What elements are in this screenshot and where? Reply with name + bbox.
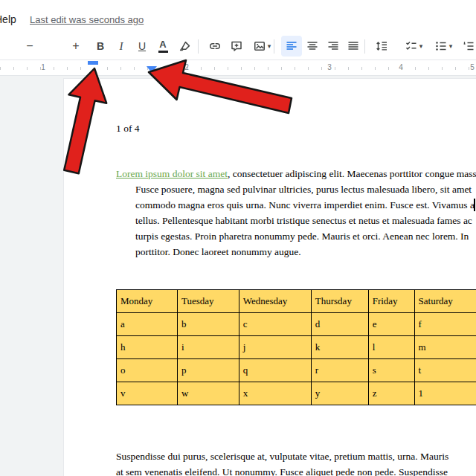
table-cell[interactable]: k	[311, 336, 368, 359]
bulleted-list-icon	[434, 39, 448, 53]
ruler-ticks	[0, 67, 476, 70]
document-page[interactable]: 1 of 4 Lorem ipsum dolor sit amet, conse…	[63, 78, 476, 476]
left-indent-marker[interactable]	[147, 66, 157, 73]
table-cell[interactable]: l	[368, 336, 414, 359]
table-cell[interactable]: c	[239, 313, 311, 336]
add-comment-button[interactable]	[226, 36, 247, 57]
align-left-icon	[285, 39, 298, 53]
table-cell[interactable]: p	[177, 359, 239, 382]
align-center-button[interactable]	[302, 36, 323, 57]
lorem-ipsum-link[interactable]: Lorem ipsum dolor sit amet	[116, 168, 228, 179]
toolbar-separator	[364, 39, 365, 54]
table-header-cell[interactable]: Wednesday	[239, 290, 311, 313]
paragraph1-line2[interactable]: Fusce posuere, magna sed pulvinar ultric…	[135, 181, 472, 197]
text-color-button[interactable]: A	[152, 36, 173, 57]
paragraph1-line5[interactable]: turpis egestas. Proin pharetra nonummy p…	[135, 228, 469, 244]
line-spacing-button[interactable]	[371, 36, 392, 57]
table-cell[interactable]: w	[177, 382, 239, 405]
ruler[interactable]: 1 2 3 4 5	[0, 60, 476, 76]
table-cell[interactable]: i	[177, 336, 239, 359]
insert-image-button[interactable]: ▾	[247, 36, 277, 57]
link-icon	[208, 39, 222, 53]
table-header-row: Monday Tuesday Wednesday Thursday Friday…	[117, 290, 476, 313]
paragraph1-line3[interactable]: commodo magna eros quis urna. Nunc viver…	[135, 197, 475, 213]
underline-button[interactable]: U	[132, 36, 152, 57]
paragraph2-line1[interactable]: Suspendisse dui purus, scelerisque at, v…	[116, 448, 448, 464]
page-count-text[interactable]: 1 of 4	[116, 120, 140, 136]
table-row: v w x y z 1	[117, 382, 476, 405]
table-row: o p q r s t	[117, 359, 476, 382]
chevron-down-icon: ▾	[419, 42, 423, 50]
ruler-number: 1	[41, 63, 45, 71]
toolbar-separator	[274, 39, 274, 54]
ruler-number: 3	[327, 63, 332, 71]
toolbar: − + B I U A	[0, 33, 476, 60]
text-cursor	[474, 199, 475, 211]
paragraph1-line1[interactable]: Lorem ipsum dolor sit amet, consectetuer…	[116, 166, 476, 181]
bold-button[interactable]: B	[90, 36, 111, 57]
table-cell[interactable]: y	[311, 382, 368, 405]
checklist-button[interactable]: ▾	[399, 36, 428, 57]
add-comment-icon	[230, 39, 243, 53]
table-cell[interactable]: o	[117, 359, 178, 382]
decrease-font-size-button[interactable]: −	[19, 36, 40, 57]
insert-link-button[interactable]	[205, 36, 225, 57]
ruler-number: 5	[470, 63, 475, 71]
italic-icon: I	[120, 40, 123, 53]
table-cell[interactable]: j	[239, 336, 311, 359]
checklist-icon	[405, 39, 418, 53]
table-cell[interactable]: a	[117, 313, 178, 336]
paragraph1-line1-rest: , consectetuer adipiscing elit. Maecenas…	[228, 168, 476, 179]
menubar: Help Last edit was seconds ago	[0, 0, 476, 33]
align-left-button[interactable]	[281, 36, 302, 57]
table-header-cell[interactable]: Saturday	[414, 290, 476, 313]
highlighter-icon	[178, 39, 192, 53]
ruler-number: 2	[184, 63, 189, 71]
table-cell[interactable]: 1	[414, 382, 476, 405]
align-right-icon	[327, 39, 340, 53]
table-cell[interactable]: m	[414, 336, 476, 359]
first-line-indent-marker[interactable]	[88, 61, 98, 65]
ruler-number: 4	[399, 63, 403, 71]
table-cell[interactable]: q	[239, 359, 311, 382]
table-cell[interactable]: x	[239, 382, 311, 405]
align-center-icon	[306, 39, 319, 53]
plus-icon: +	[72, 40, 79, 52]
table-cell[interactable]: f	[414, 313, 476, 336]
table-cell[interactable]: s	[368, 359, 414, 382]
table-cell[interactable]: h	[117, 336, 178, 359]
italic-button[interactable]: I	[111, 36, 132, 57]
table-header-cell[interactable]: Thursday	[311, 290, 368, 313]
highlight-color-button[interactable]	[175, 36, 196, 57]
justify-icon	[347, 39, 360, 53]
table-header-cell[interactable]: Friday	[368, 290, 414, 313]
increase-font-size-button[interactable]: +	[65, 36, 86, 57]
justify-button[interactable]	[343, 36, 364, 57]
chevron-down-icon: ▾	[268, 42, 271, 50]
menu-help[interactable]: Help	[0, 13, 16, 25]
table-header-cell[interactable]: Tuesday	[177, 290, 239, 313]
doc-table[interactable]: Monday Tuesday Wednesday Thursday Friday…	[116, 289, 476, 405]
table-cell[interactable]: t	[414, 359, 476, 382]
table-cell[interactable]: v	[117, 382, 178, 405]
document-canvas: 1 of 4 Lorem ipsum dolor sit amet, conse…	[0, 76, 476, 476]
table-cell[interactable]: b	[177, 313, 239, 336]
last-edit-link[interactable]: Last edit was seconds ago	[30, 14, 144, 25]
table-cell[interactable]: e	[368, 313, 414, 336]
table-header-cell[interactable]: Monday	[117, 290, 178, 313]
image-icon	[253, 39, 266, 53]
paragraph2-line2[interactable]: at sem venenatis eleifend. Ut nonummy. F…	[116, 464, 448, 476]
bulleted-list-button[interactable]: ▾	[428, 36, 458, 57]
table-cell[interactable]: r	[311, 359, 368, 382]
numbered-list-button[interactable]	[458, 36, 476, 57]
bold-icon: B	[97, 40, 104, 52]
paragraph1-line4[interactable]: tellus. Pellentesque habitant morbi tris…	[135, 213, 472, 228]
table-cell[interactable]: d	[311, 313, 368, 336]
paragraph1-line6[interactable]: porttitor. Donec laoreet nonummy augue.	[135, 244, 301, 260]
table-cell[interactable]: z	[368, 382, 414, 405]
align-right-button[interactable]	[323, 36, 344, 57]
toolbar-separator	[198, 39, 199, 54]
underline-icon: U	[138, 40, 146, 52]
chevron-down-icon: ▾	[449, 42, 453, 50]
text-color-icon: A	[158, 39, 168, 53]
